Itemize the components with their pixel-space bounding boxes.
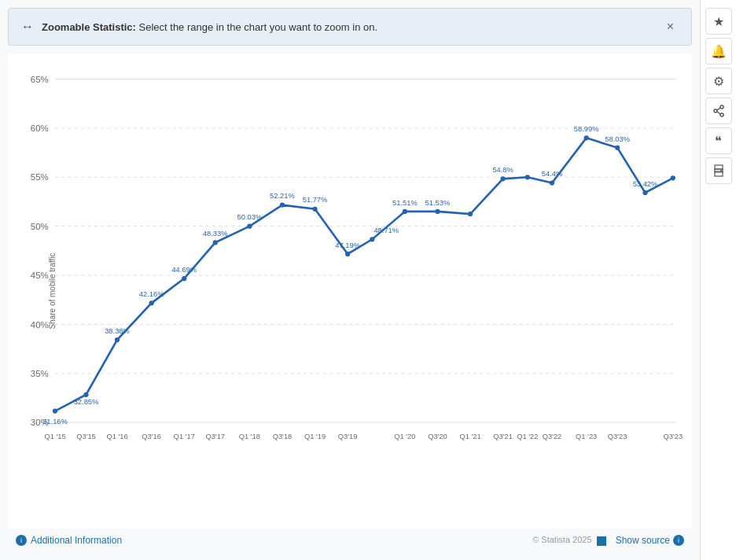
svg-line-77 <box>717 108 720 110</box>
svg-text:48.33%: 48.33% <box>203 230 228 238</box>
svg-point-31 <box>525 175 530 179</box>
source-info-icon: i <box>673 535 684 546</box>
svg-text:58.99%: 58.99% <box>574 125 599 133</box>
svg-text:45%: 45% <box>31 271 49 280</box>
svg-point-18 <box>115 337 120 342</box>
footer-right: © Statista 2025 Show source i <box>532 535 684 546</box>
svg-text:Q1 '21: Q1 '21 <box>459 433 480 440</box>
svg-point-17 <box>83 392 88 397</box>
print-icon <box>712 164 725 177</box>
svg-text:40%: 40% <box>31 320 49 330</box>
svg-text:50%: 50% <box>31 222 49 231</box>
svg-text:65%: 65% <box>31 75 49 84</box>
svg-point-23 <box>280 202 285 207</box>
svg-text:Q3'19: Q3'19 <box>338 433 358 440</box>
svg-text:Q1 '17: Q1 '17 <box>174 433 195 440</box>
zoom-banner-desc: Select the range in the chart you want t… <box>136 21 377 33</box>
svg-text:Q3'22: Q3'22 <box>543 433 562 440</box>
main-content: ↔ Zoomable Statistic: Select the range i… <box>0 0 700 560</box>
svg-point-22 <box>247 224 252 229</box>
svg-text:Q1 '23: Q1 '23 <box>576 433 597 440</box>
zoom-banner-bold: Zoomable Statistic: <box>42 21 136 33</box>
svg-text:Q1 '22: Q1 '22 <box>517 433 538 440</box>
svg-point-26 <box>370 237 374 241</box>
svg-point-27 <box>403 209 407 214</box>
svg-text:52.21%: 52.21% <box>270 192 295 200</box>
statista-logo-icon <box>597 536 606 546</box>
svg-text:51.51%: 51.51% <box>392 199 418 207</box>
svg-text:51.53%: 51.53% <box>425 199 451 207</box>
svg-point-30 <box>501 176 506 181</box>
svg-text:38.38%: 38.38% <box>105 327 130 335</box>
chart-container: Share of mobile traffic 65% 60% 55% <box>8 53 692 529</box>
svg-text:47.19%: 47.19% <box>335 241 360 249</box>
svg-text:54.4%: 54.4% <box>542 170 563 178</box>
svg-point-29 <box>468 212 473 216</box>
sidebar: ★ 🔔 ⚙ ❝ <box>700 0 736 560</box>
svg-text:55%: 55% <box>31 172 49 182</box>
favorite-button[interactable]: ★ <box>705 8 732 35</box>
svg-text:Q3'20: Q3'20 <box>428 433 447 440</box>
svg-text:50.03%: 50.03% <box>237 213 263 221</box>
show-source-button[interactable]: Show source i <box>616 535 684 546</box>
svg-point-34 <box>615 146 620 150</box>
chart-area[interactable]: 65% 60% 55% 50% 45% 40% 35% 30% <box>55 61 676 489</box>
show-source-label: Show source <box>616 535 670 546</box>
copyright-text: © Statista 2025 <box>532 535 605 545</box>
svg-text:51.77%: 51.77% <box>303 196 328 204</box>
svg-text:48.71%: 48.71% <box>374 227 399 234</box>
svg-text:Q3'16: Q3'16 <box>142 433 161 440</box>
svg-point-28 <box>435 209 440 214</box>
zoom-icon: ↔ <box>21 20 34 34</box>
svg-text:60%: 60% <box>31 123 49 133</box>
svg-text:Q3'17: Q3'17 <box>205 433 225 440</box>
quote-button[interactable]: ❝ <box>705 127 732 154</box>
svg-text:Q1 '15: Q1 '15 <box>44 433 65 440</box>
zoom-banner: ↔ Zoomable Statistic: Select the range i… <box>8 8 692 46</box>
svg-point-25 <box>345 252 350 256</box>
svg-point-36 <box>671 175 675 180</box>
svg-text:32.85%: 32.85% <box>74 398 99 406</box>
chart-svg: 65% 60% 55% 50% 45% 40% 35% 30% <box>55 61 676 489</box>
svg-text:Q3'21: Q3'21 <box>493 433 513 440</box>
additional-info-button[interactable]: i Additional Information <box>16 535 122 546</box>
svg-text:Q1 '19: Q1 '19 <box>304 433 326 440</box>
svg-point-19 <box>149 300 154 305</box>
svg-text:Q1 '20: Q1 '20 <box>394 433 415 440</box>
svg-text:42.16%: 42.16% <box>139 290 164 298</box>
svg-point-81 <box>720 170 722 171</box>
svg-point-74 <box>720 105 723 109</box>
zoom-banner-text: Zoomable Statistic: Select the range in … <box>42 21 662 33</box>
info-icon: i <box>16 535 27 546</box>
svg-point-24 <box>312 207 317 212</box>
svg-point-35 <box>642 190 647 195</box>
svg-line-78 <box>717 112 720 114</box>
share-button[interactable] <box>705 98 732 124</box>
svg-text:31.16%: 31.16% <box>42 418 68 426</box>
svg-point-76 <box>720 113 723 116</box>
additional-info-label: Additional Information <box>31 535 122 546</box>
svg-text:35%: 35% <box>31 369 49 378</box>
svg-point-21 <box>213 240 218 245</box>
svg-text:Q3'23: Q3'23 <box>608 433 627 440</box>
svg-point-16 <box>53 408 57 413</box>
notification-button[interactable]: 🔔 <box>705 38 732 64</box>
svg-rect-79 <box>715 165 723 169</box>
svg-text:54.8%: 54.8% <box>492 166 513 174</box>
svg-text:Q1 '16: Q1 '16 <box>106 433 127 440</box>
svg-text:44.69%: 44.69% <box>171 266 197 274</box>
svg-text:Q3'23: Q3'23 <box>664 433 683 440</box>
svg-point-33 <box>584 135 589 140</box>
footer: i Additional Information © Statista 2025… <box>8 529 692 552</box>
svg-text:53.42%: 53.42% <box>633 180 658 188</box>
svg-text:58.03%: 58.03% <box>605 135 630 143</box>
svg-point-75 <box>714 109 717 112</box>
svg-text:Q3'15: Q3'15 <box>76 433 96 440</box>
svg-point-20 <box>182 276 186 281</box>
settings-button[interactable]: ⚙ <box>705 68 732 94</box>
svg-text:Q1 '18: Q1 '18 <box>239 433 260 440</box>
close-button[interactable]: × <box>662 18 679 35</box>
svg-point-32 <box>550 180 554 185</box>
print-button[interactable] <box>705 157 732 184</box>
share-icon <box>712 105 725 117</box>
